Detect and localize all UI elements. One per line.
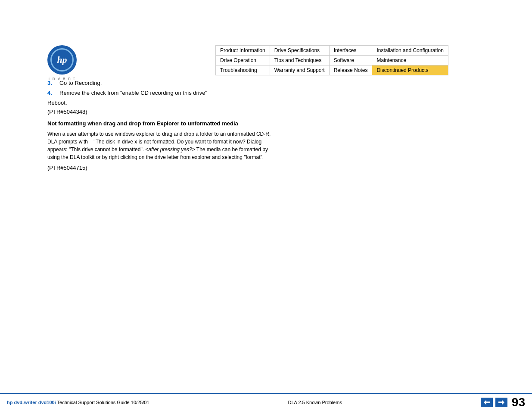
next-page-button[interactable] <box>495 398 507 407</box>
nav-maintenance[interactable]: Maintenance <box>372 56 448 65</box>
nav-product-information[interactable]: Product Information <box>216 46 270 56</box>
prev-icon <box>484 400 490 405</box>
next-icon <box>498 400 504 405</box>
hp-logo-inner: hp <box>50 48 74 72</box>
footer-product-name: hp dvd-writer dvd100i <box>7 400 56 405</box>
nav-tips-techniques[interactable]: Tips and Techniques <box>270 56 329 65</box>
step-3-text: Go to Recording. <box>59 80 102 86</box>
footer-product-suffix: Technical Support Solutions Guide 10/25/… <box>56 400 149 405</box>
reboot-text: Reboot. <box>47 100 485 106</box>
italic-text: <after pressing yes?> <box>145 146 195 153</box>
nav-drive-operation[interactable]: Drive Operation <box>216 56 270 65</box>
ptr-ref-2: (PTR#5044715) <box>47 165 485 171</box>
step-3-number: 3. <box>47 80 59 86</box>
body-paragraph: When a user attempts to use windows expl… <box>47 130 271 161</box>
page-number: 93 <box>512 395 525 409</box>
step-4-text: Remove the check from "enable CD recordi… <box>59 90 207 96</box>
footer-center: DLA 2.5 Known Problems <box>149 400 481 405</box>
nav-warranty-support[interactable]: Warranty and Support <box>270 65 329 75</box>
nav-table: Product Information Drive Specifications… <box>215 45 448 75</box>
nav-troubleshooting[interactable]: Troubleshooting <box>216 65 270 75</box>
nav-interfaces[interactable]: Interfaces <box>329 46 372 56</box>
nav-installation-configuration[interactable]: Installation and Configuration <box>372 46 448 56</box>
prev-page-button[interactable] <box>481 398 493 407</box>
footer: hp dvd-writer dvd100i Technical Support … <box>0 393 532 411</box>
svg-marker-0 <box>484 400 490 405</box>
nav-discontinued-products[interactable]: Discontinued Products <box>372 65 448 75</box>
section-heading: Not formatting when drag and drop from E… <box>47 120 485 127</box>
ptr-ref-1: (PTR#5044348) <box>47 109 485 115</box>
svg-marker-1 <box>498 400 504 405</box>
nav-drive-specifications[interactable]: Drive Specifications <box>270 46 329 56</box>
content-body: 3. Go to Recording. 4. Remove the check … <box>47 80 485 176</box>
step-4: 4. Remove the check from "enable CD reco… <box>47 90 485 96</box>
step-3: 3. Go to Recording. <box>47 80 485 86</box>
hp-logo-area: hp i n v e n t <box>47 45 77 81</box>
step-4-number: 4. <box>47 90 59 96</box>
nav-software[interactable]: Software <box>329 56 372 65</box>
footer-right: 93 <box>481 395 525 409</box>
nav-release-notes[interactable]: Release Notes <box>329 65 372 75</box>
hp-logo-text: hp <box>57 55 67 65</box>
footer-left: hp dvd-writer dvd100i Technical Support … <box>7 400 149 405</box>
hp-logo: hp <box>47 45 77 75</box>
